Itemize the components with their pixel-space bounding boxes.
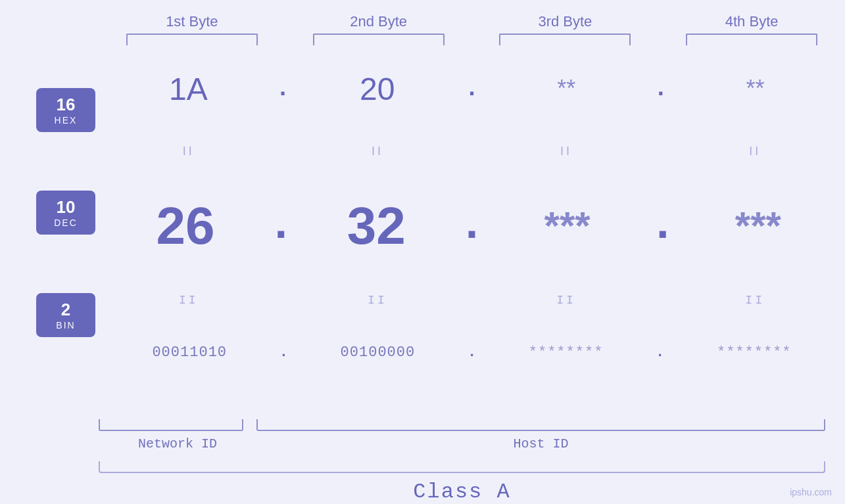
bin-b4: ******** xyxy=(717,344,792,361)
byte3-header: 3rd Byte xyxy=(538,13,592,30)
bin-number: 2 xyxy=(46,300,85,320)
dec-b1: 26 xyxy=(157,196,215,255)
byte4-header: 4th Byte xyxy=(725,13,779,30)
bin-dot1: . xyxy=(279,344,288,361)
bin-name: BIN xyxy=(46,320,85,331)
eq2-b3: II xyxy=(556,294,576,307)
data-rows: 1A . 20 . ** . ** II II xyxy=(105,45,845,419)
hex-name: HEX xyxy=(46,115,85,126)
hex-b4: ** xyxy=(746,75,765,102)
footer: ipshu.com xyxy=(790,487,832,497)
hex-badge: 16 HEX xyxy=(36,88,95,132)
class-label-container: Class A xyxy=(99,480,825,504)
eq2-b4: II xyxy=(745,294,765,307)
bracket-byte2 xyxy=(313,34,445,45)
hex-b3: ** xyxy=(557,75,575,102)
id-labels: Network ID Host ID xyxy=(99,436,825,451)
eq1-b3: II xyxy=(560,145,572,158)
bracket-byte4 xyxy=(686,34,817,45)
eq2-b1: II xyxy=(179,294,199,307)
dec-dot3: . xyxy=(649,200,677,252)
footer-text: ipshu.com xyxy=(790,487,832,497)
host-id-label: Host ID xyxy=(513,436,568,451)
eq1-b2: II xyxy=(372,145,383,158)
bin-b2: 00100000 xyxy=(341,344,416,361)
byte1-header: 1st Byte xyxy=(166,13,218,30)
bin-dot3: . xyxy=(656,344,664,361)
bin-b1: 00011010 xyxy=(152,344,227,361)
byte-headers: 1st Byte 2nd Byte 3rd Byte 4th Byte xyxy=(0,13,845,30)
dec-b3: *** xyxy=(544,204,591,248)
network-bottom-bracket xyxy=(99,419,243,431)
hex-b1: 1A xyxy=(169,72,208,106)
bracket-byte3 xyxy=(499,34,631,45)
class-label: Class A xyxy=(413,480,510,504)
content-area: 16 HEX 10 DEC 2 BIN 1A . 20 xyxy=(0,45,845,419)
dec-row: 26 . 32 . *** . *** xyxy=(112,196,832,256)
eq2-b2: II xyxy=(368,294,387,307)
hex-dot1: . xyxy=(276,76,290,103)
dec-dot2: . xyxy=(458,200,485,252)
hex-dot2: . xyxy=(465,76,479,103)
bottom-brackets xyxy=(99,419,825,431)
bin-badge: 2 BIN xyxy=(36,293,95,337)
hex-row: 1A . 20 . ** . ** xyxy=(112,71,832,107)
dec-number: 10 xyxy=(46,197,85,218)
dec-b2: 32 xyxy=(347,196,406,255)
base-labels: 16 HEX 10 DEC 2 BIN xyxy=(20,45,105,419)
hex-number: 16 xyxy=(46,95,85,115)
dec-badge: 10 DEC xyxy=(36,191,95,235)
host-bottom-bracket xyxy=(256,419,825,431)
dec-b4: *** xyxy=(735,204,781,248)
network-id-label: Network ID xyxy=(138,436,217,451)
bin-dot2: . xyxy=(468,344,476,361)
top-brackets xyxy=(0,34,845,45)
dec-dot1: . xyxy=(267,200,295,252)
equals-row-2: II II II II xyxy=(112,294,832,307)
equals-row-1: II II II II xyxy=(112,145,832,158)
bottom-section: Network ID Host ID Class A xyxy=(0,419,845,504)
eq1-b1: II xyxy=(183,145,195,158)
bin-row: 00011010 . 00100000 . ******** . *******… xyxy=(112,344,832,361)
hex-dot3: . xyxy=(654,76,668,103)
bracket-byte1 xyxy=(126,34,258,45)
eq1-b4: II xyxy=(749,145,761,158)
full-bottom-bracket xyxy=(99,461,825,473)
dec-name: DEC xyxy=(46,218,85,228)
byte2-header: 2nd Byte xyxy=(350,13,407,30)
bin-b3: ******** xyxy=(529,344,604,361)
hex-b2: 20 xyxy=(360,72,395,106)
main-container: 1st Byte 2nd Byte 3rd Byte 4th Byte 16 H… xyxy=(0,0,845,504)
